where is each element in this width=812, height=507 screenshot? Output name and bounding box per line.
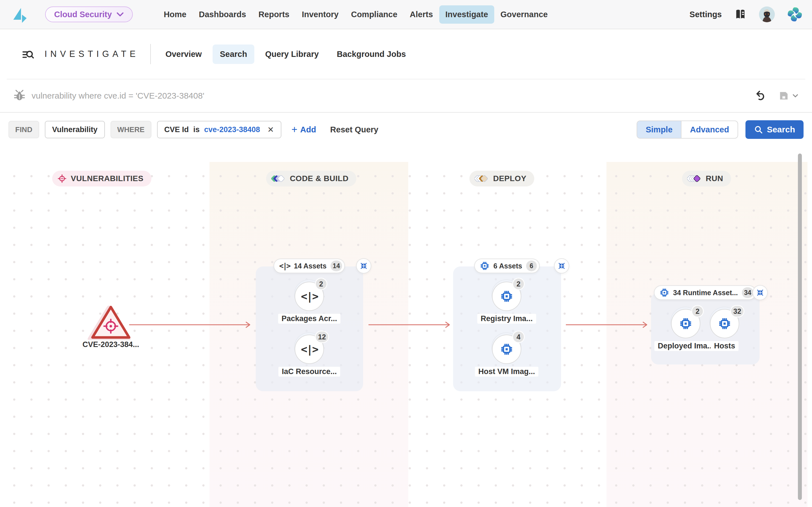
tab-overview[interactable]: Overview (158, 45, 209, 64)
stage-pill-vulnerabilities: VULNERABILITIES (52, 171, 151, 186)
settings-button[interactable]: Settings (690, 10, 722, 19)
remove-condition-icon[interactable]: ✕ (267, 125, 274, 134)
edge-code-to-deploy (368, 321, 453, 329)
edge-vuln-to-code (129, 321, 253, 329)
collapse-icon (558, 262, 566, 270)
undo-icon[interactable] (755, 90, 767, 102)
tab-query-library[interactable]: Query Library (258, 45, 326, 64)
assets-count-badge: 14 (331, 261, 342, 271)
collapse-group-button[interactable] (753, 285, 768, 300)
collapse-group-button[interactable] (554, 258, 569, 274)
diamonds-code-build-icon (271, 174, 286, 183)
mode-simple-button[interactable]: Simple (637, 121, 681, 138)
save-icon[interactable] (778, 90, 790, 101)
crosshair-icon (57, 174, 67, 183)
entity-chip[interactable]: Vulnerability (45, 121, 105, 138)
reset-query-button[interactable]: Reset Query (330, 125, 378, 134)
divider (150, 44, 151, 64)
investigate-search-list-icon (21, 48, 35, 61)
collapse-icon (360, 262, 368, 270)
vulnerability-triangle-icon (87, 303, 135, 345)
chevron-down-icon (116, 12, 124, 17)
where-keyword-chip: WHERE (110, 121, 151, 138)
chip-icon (659, 288, 669, 297)
assets-pill-code-build[interactable]: <|> 14 Assets 14 (273, 259, 345, 273)
page-title: INVESTIGATE (45, 49, 139, 59)
diamonds-deploy-icon (474, 174, 489, 183)
plus-icon: + (292, 124, 297, 135)
nav-item-alerts[interactable]: Alerts (403, 5, 439, 24)
add-condition-label: Add (300, 125, 316, 134)
stage-label: CODE & BUILD (290, 174, 349, 183)
brand-logo-icon[interactable] (11, 5, 28, 23)
query-text: vulnerability where cve.id = 'CVE-2023-3… (32, 91, 204, 101)
node-count-badge: 12 (315, 331, 329, 343)
query-mode-toggle: Simple Advanced (637, 121, 738, 138)
assets-count-badge: 34 (742, 287, 754, 298)
find-keyword-chip: FIND (8, 121, 39, 138)
tab-search[interactable]: Search (213, 45, 255, 64)
chip-icon (500, 343, 513, 356)
main-nav: Home Dashboards Reports Inventory Compli… (158, 5, 554, 24)
edge-deploy-to-run (566, 321, 651, 329)
nav-item-home[interactable]: Home (158, 5, 193, 24)
chip-icon (480, 261, 490, 271)
product-switcher-label: Cloud Security (54, 10, 112, 19)
assets-pill-run[interactable]: 34 Runtime Asset... 34 (654, 285, 756, 300)
docs-book-icon[interactable] (734, 8, 747, 20)
code-icon: <|> (301, 290, 318, 302)
attack-path-canvas: VULNERABILITIES CODE & BUILD DEPLOY (0, 147, 812, 507)
vertical-scrollbar[interactable] (798, 154, 802, 500)
node-count-badge: 4 (512, 331, 525, 343)
node-label: Packages Acr... (278, 314, 340, 324)
nav-item-compliance[interactable]: Compliance (345, 5, 403, 24)
node-label: Registry Ima... (477, 314, 536, 324)
user-avatar[interactable] (759, 6, 775, 22)
stage-pill-code-build: CODE & BUILD (266, 171, 356, 186)
nav-item-inventory[interactable]: Inventory (296, 5, 345, 24)
node-label: CVE-2023-384... (80, 340, 141, 349)
top-app-bar: Cloud Security Home Dashboards Reports I… (0, 0, 812, 29)
chip-icon (718, 317, 731, 330)
product-switcher[interactable]: Cloud Security (45, 6, 133, 22)
vulnerability-bug-icon (13, 90, 26, 102)
node-count-badge: 2 (512, 278, 525, 290)
code-icon: <|> (279, 262, 290, 270)
node-label: IaC Resource... (278, 367, 340, 377)
assets-count-badge: 6 (526, 261, 537, 271)
condition-value: cve-2023-38408 (204, 125, 260, 134)
nav-item-dashboards[interactable]: Dashboards (193, 5, 252, 24)
chevron-down-icon[interactable] (791, 92, 800, 100)
assets-pill-label: 14 Assets (294, 262, 326, 270)
condition-field: CVE Id (164, 125, 189, 134)
search-icon (754, 125, 763, 134)
stage-label: DEPLOY (493, 174, 526, 183)
node-count-badge: 2 (315, 278, 327, 290)
diamonds-run-icon (687, 174, 702, 183)
search-button[interactable]: Search (746, 120, 804, 139)
module-header: INVESTIGATE Overview Search Query Librar… (7, 29, 805, 79)
stage-label: VULNERABILITIES (71, 174, 144, 183)
search-button-label: Search (767, 125, 795, 134)
node-label: Hosts (711, 341, 739, 351)
collapse-group-button[interactable] (356, 258, 371, 274)
condition-chip[interactable]: CVE Id is cve-2023-38408 ✕ (157, 121, 282, 138)
node-count-badge: 32 (730, 305, 744, 318)
save-query-control[interactable] (778, 90, 800, 101)
code-icon: <|> (301, 343, 318, 355)
mode-advanced-button[interactable]: Advanced (681, 121, 738, 138)
assets-pill-deploy[interactable]: 6 Assets 6 (474, 259, 540, 273)
topbar-right-cluster: Settings (690, 6, 802, 22)
query-summary-bar: vulnerability where cve.id = 'CVE-2023-3… (0, 79, 812, 113)
nav-item-reports[interactable]: Reports (252, 5, 296, 24)
group-card-run (651, 293, 760, 364)
nav-item-governance[interactable]: Governance (494, 5, 554, 24)
stage-pill-run: RUN (682, 171, 731, 186)
add-condition-button[interactable]: + Add (292, 124, 316, 135)
assets-pill-label: 34 Runtime Asset... (673, 289, 738, 297)
nav-item-investigate[interactable]: Investigate (439, 5, 495, 24)
chip-icon (679, 317, 692, 330)
tab-background-jobs[interactable]: Background Jobs (329, 45, 413, 64)
stage-label: RUN (706, 174, 723, 183)
org-pinwheel-logo-icon[interactable] (787, 7, 802, 22)
